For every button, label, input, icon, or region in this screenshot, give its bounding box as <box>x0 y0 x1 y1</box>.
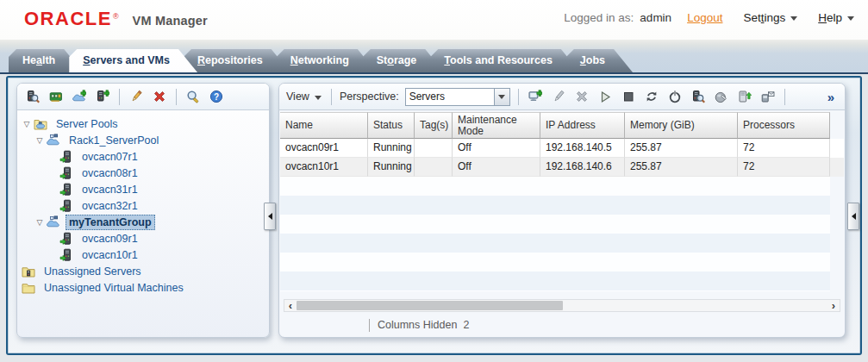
view-menu-button[interactable]: View <box>286 90 322 103</box>
table-header-row: NameStatusTag(s)Maintenance ModeIP Addre… <box>280 112 844 139</box>
tree-node-label: myTenantGroup <box>66 215 155 230</box>
cell-tag-s <box>415 158 453 177</box>
tree-node-ovcacn10r1[interactable]: ovcacn10r1 <box>19 247 267 263</box>
perspective-selected-value: Servers <box>406 89 494 105</box>
tree-node-label: ovcacn31r1 <box>78 182 141 197</box>
expand-arrow-icon[interactable]: ▽ <box>34 136 46 145</box>
perspective-label: Perspective: <box>340 90 399 103</box>
server-icon <box>59 248 74 262</box>
edit-icon[interactable] <box>128 88 145 105</box>
columns-hidden-count: 2 <box>463 319 469 331</box>
tree-node-rack1-serverpool[interactable]: ▽Rack1_ServerPool <box>19 132 267 148</box>
kill-server-icon[interactable] <box>666 88 684 105</box>
app-header: ORACLE® VM Manager Logged in as: admin L… <box>0 0 868 40</box>
folder-servers-icon <box>22 265 36 278</box>
toolbar-separator <box>784 89 785 105</box>
tree-node-label: Unassigned Virtual Machines <box>41 280 187 296</box>
cell-processors: 72 <box>738 139 830 158</box>
tree-node-unassigned-servers[interactable]: Unassigned Servers <box>19 263 267 279</box>
update-server-icon[interactable] <box>713 88 730 105</box>
help-menu[interactable]: Help <box>818 11 854 24</box>
tab-servers-and-vms[interactable]: Servers and VMs <box>69 49 197 72</box>
column-header-memory-gib[interactable]: Memory (GiB) <box>625 112 738 139</box>
edit-gray-icon[interactable] <box>550 88 567 105</box>
tree-node-ovcacn07r1[interactable]: ovcacn07r1 <box>19 148 267 165</box>
scroll-left-arrow[interactable]: ‹ <box>284 300 297 311</box>
create-vm-icon[interactable] <box>527 88 544 105</box>
upgrade-icon[interactable] <box>736 88 753 105</box>
column-header-maintenance-mode[interactable]: Maintenance Mode <box>453 112 540 139</box>
oracle-trademark: ® <box>113 12 119 21</box>
cell-ip-address: 192.168.140.5 <box>540 139 625 158</box>
cell-memory-gib: 255.87 <box>625 158 738 177</box>
start-icon[interactable] <box>596 88 614 105</box>
region-collapse-handle[interactable] <box>847 203 859 230</box>
column-header-tag-s[interactable]: Tag(s) <box>415 112 453 139</box>
toolbar-separator <box>176 89 177 105</box>
toolbar-separator <box>119 89 120 105</box>
column-header-processors[interactable]: Processors <box>738 112 830 139</box>
collapse-arrow-icon <box>852 213 856 220</box>
column-header-status[interactable]: Status <box>368 112 415 139</box>
tree-node-label: Server Pools <box>53 116 122 132</box>
table-row-ovcacn09r1[interactable]: ovcacn09r1RunningOff192.168.140.5255.877… <box>280 139 844 158</box>
stop-icon[interactable] <box>620 88 637 105</box>
navigation-panel: ? ▽Server Pools▽Rack1_ServerPoolovcacn07… <box>16 83 270 338</box>
tree-node-ovcacn08r1[interactable]: ovcacn08r1 <box>19 165 267 181</box>
discover-servers-icon[interactable] <box>24 88 41 105</box>
chevron-down-icon <box>315 96 322 100</box>
tree-node-ovcacn09r1[interactable]: ovcacn09r1 <box>19 230 267 247</box>
toolbar-overflow-button[interactable]: » <box>827 90 834 104</box>
tree-node-label: ovcacn07r1 <box>78 149 141 165</box>
settings-menu[interactable]: Settings <box>743 11 797 24</box>
search-icon[interactable] <box>184 88 202 105</box>
tab-repositories[interactable]: Repositories <box>184 49 290 72</box>
refresh-icon[interactable] <box>643 88 660 105</box>
cell-status: Running <box>368 139 415 158</box>
delete-icon[interactable] <box>151 88 168 105</box>
chevron-down-icon <box>498 95 505 99</box>
horizontal-scrollbar[interactable]: ‹ › <box>284 299 840 312</box>
server-icon <box>59 150 74 164</box>
tab-tools-and-resources[interactable]: Tools and Resources <box>430 49 580 72</box>
tree-toolbar: ? <box>17 84 269 110</box>
server-pools-tree: ▽Server Pools▽Rack1_ServerPoolovcacn07r1… <box>17 110 269 301</box>
columns-hidden-label: Columns Hidden <box>378 319 457 331</box>
toolbar-separator <box>331 89 332 105</box>
tree-node-unassigned-virtual-machines[interactable]: Unassigned Virtual Machines <box>19 279 267 296</box>
toolbar-separator <box>518 89 519 105</box>
column-header-name[interactable]: Name <box>280 112 368 139</box>
create-server-pool-icon[interactable] <box>71 88 88 105</box>
ethernet-ports-icon[interactable] <box>47 88 65 105</box>
cell-maintenance-mode: Off <box>453 139 540 158</box>
svg-text:?: ? <box>214 92 219 102</box>
tab-networking[interactable]: Networking <box>277 49 377 72</box>
perspective-select[interactable]: Servers <box>405 88 510 106</box>
tree-node-ovcacn32r1[interactable]: ovcacn32r1 <box>19 197 267 214</box>
scrollbar-thumb[interactable] <box>297 301 563 310</box>
rediscover-icon[interactable] <box>690 88 707 105</box>
logged-in-user: admin <box>640 11 671 24</box>
tree-node-server-pools[interactable]: ▽Server Pools <box>19 115 267 132</box>
oracle-logo: ORACLE <box>24 8 112 30</box>
expand-arrow-icon[interactable]: ▽ <box>34 218 46 227</box>
chevron-down-icon <box>847 16 854 21</box>
tab-storage[interactable]: Storage <box>363 49 445 72</box>
expand-arrow-icon[interactable]: ▽ <box>21 120 33 128</box>
tree-node-ovcacn31r1[interactable]: ovcacn31r1 <box>19 181 267 197</box>
scroll-right-arrow[interactable]: › <box>827 300 840 311</box>
help-icon[interactable]: ? <box>208 88 225 105</box>
cell-name: ovcacn10r1 <box>280 158 368 177</box>
folder-pool-icon <box>34 117 48 131</box>
column-header-ip-address[interactable]: IP Address <box>540 112 625 139</box>
select-dropdown-button[interactable] <box>494 89 509 105</box>
delete-gray-icon[interactable] <box>573 88 590 105</box>
tree-node-mytenantgroup[interactable]: ▽myTenantGroup <box>19 214 267 230</box>
tree-node-label: ovcacn32r1 <box>78 198 141 214</box>
cell-processors: 72 <box>738 158 830 177</box>
logout-link[interactable]: Logout <box>687 11 722 24</box>
panel-collapse-handle[interactable] <box>264 203 276 230</box>
table-row-ovcacn10r1[interactable]: ovcacn10r1RunningOff192.168.140.6255.877… <box>280 158 844 177</box>
send-message-icon[interactable] <box>759 88 777 105</box>
add-server-icon[interactable] <box>94 88 111 105</box>
